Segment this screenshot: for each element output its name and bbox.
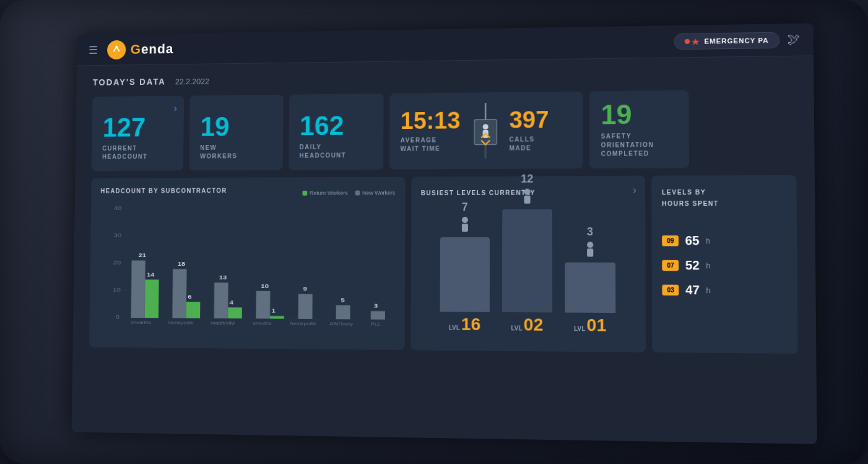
headcount-chart-card: HEADCOUNT BY SUBCONTRACTOR Return Worker… bbox=[89, 177, 405, 350]
svg-text:4: 4 bbox=[230, 299, 234, 305]
svg-text:6: 6 bbox=[188, 294, 193, 300]
bar-new-1 bbox=[131, 260, 145, 318]
svg-rect-6 bbox=[485, 103, 487, 120]
bottom-row: HEADCOUNT BY SUBCONTRACTOR Return Worker… bbox=[89, 175, 798, 353]
chart-legend: Return Workers New Workers bbox=[302, 189, 395, 195]
svg-rect-40 bbox=[587, 248, 593, 256]
level-16-group: 7 LVL 16 bbox=[440, 200, 490, 334]
svg-point-35 bbox=[462, 216, 468, 222]
level-16-bar bbox=[440, 237, 489, 312]
svg-text:9: 9 bbox=[303, 286, 307, 292]
svg-text:hemkpollik: hemkpollik bbox=[290, 321, 316, 326]
bar-new-4 bbox=[256, 291, 270, 318]
svg-text:madfkMM: madfkMM bbox=[211, 320, 235, 325]
page-date: 22.2.2022 bbox=[175, 76, 209, 85]
svg-text:40: 40 bbox=[114, 205, 122, 211]
wait-time-section: 15:13 AVERAGEWAIT TIME bbox=[401, 108, 462, 153]
page-title-row: TODAY'S DATA 22.2.2022 bbox=[93, 69, 796, 87]
bar-return-1 bbox=[145, 279, 159, 318]
hours-03-value: 47 bbox=[685, 282, 700, 297]
safety-orientation-label: SAFETY ORIENTATIONCOMPLETED bbox=[601, 131, 678, 158]
hamburger-icon[interactable]: ☰ bbox=[89, 43, 98, 56]
svg-rect-36 bbox=[462, 223, 468, 231]
safety-orientation-value: 19 bbox=[601, 100, 677, 128]
hours-title: LEVELS BYHOURS SPENT bbox=[662, 188, 719, 207]
hours-07-value: 52 bbox=[685, 258, 700, 273]
svg-text:5: 5 bbox=[341, 297, 345, 303]
logo: Genda bbox=[107, 39, 174, 59]
legend-return-label: Return Workers bbox=[310, 190, 348, 196]
new-workers-card[interactable]: 19 NEWWORKERS bbox=[189, 94, 284, 170]
legend-new: New Workers bbox=[355, 189, 395, 195]
legend-dot-return bbox=[302, 190, 307, 195]
screen: ☰ Genda bbox=[72, 23, 817, 444]
safety-orientation-card[interactable]: 19 SAFETY ORIENTATIONCOMPLETED bbox=[589, 90, 689, 168]
header-right: EMERGENCY PA 🕊 bbox=[674, 31, 801, 49]
header-left: ☰ Genda bbox=[89, 39, 174, 59]
svg-text:10: 10 bbox=[113, 286, 121, 292]
svg-rect-38 bbox=[524, 195, 530, 203]
headcount-chart-title: HEADCOUNT BY SUBCONTRACTOR bbox=[100, 187, 227, 194]
level-01-bar bbox=[565, 262, 615, 313]
bar-new-3 bbox=[214, 282, 228, 318]
svg-line-14 bbox=[126, 263, 395, 263]
level-02-bar bbox=[502, 209, 552, 312]
level-badge-07: 07 bbox=[662, 260, 679, 270]
main-content: TODAY'S DATA 22.2.2022 › 127 CURRENTHEAD… bbox=[72, 56, 817, 444]
emergency-button[interactable]: EMERGENCY PA bbox=[674, 32, 779, 50]
current-headcount-card[interactable]: › 127 CURRENTHEADCOUNT bbox=[92, 95, 184, 170]
bar-return-4 bbox=[270, 316, 284, 319]
svg-text:13: 13 bbox=[219, 274, 227, 280]
hours-card: LEVELS BYHOURS SPENT 09 65 h 07 52 h bbox=[651, 175, 797, 353]
worker-icon-02 bbox=[519, 188, 534, 206]
chart-area: 40 30 20 10 0 bbox=[99, 203, 396, 327]
hours-item-03: 03 47 h bbox=[662, 282, 787, 297]
hours-03-unit: h bbox=[706, 286, 710, 294]
hours-list: 09 65 h 07 52 h 03 47 bbox=[662, 234, 787, 298]
hours-09-unit: h bbox=[706, 236, 710, 245]
svg-text:30: 30 bbox=[114, 232, 122, 238]
wait-time-value: 15:13 bbox=[401, 108, 462, 133]
levels-chart: 7 LVL 16 bbox=[420, 209, 635, 336]
new-workers-value: 19 bbox=[200, 113, 272, 140]
hours-item-07: 07 52 h bbox=[662, 258, 786, 273]
notification-icon[interactable]: 🕊 bbox=[788, 32, 801, 47]
level-02-group: 12 LVL 02 bbox=[502, 172, 552, 335]
level-16-label: LVL 16 bbox=[449, 314, 481, 335]
calls-made-value: 397 bbox=[509, 107, 571, 131]
daily-headcount-card[interactable]: 162 DAILYHEADCOUNT bbox=[289, 94, 384, 170]
page-title: TODAY'S DATA bbox=[93, 76, 166, 87]
bar-chart-svg: 40 30 20 10 0 bbox=[99, 203, 396, 327]
svg-text:hemkpollik: hemkpollik bbox=[168, 320, 193, 325]
bar-new-7 bbox=[371, 311, 385, 320]
stats-row: › 127 CURRENTHEADCOUNT 19 NEWWORKERS 162… bbox=[92, 89, 796, 170]
current-headcount-label: CURRENTHEADCOUNT bbox=[102, 144, 173, 161]
svg-text:shvarths: shvarths bbox=[131, 320, 151, 325]
hours-09-value: 65 bbox=[685, 234, 700, 248]
level-badge-03: 03 bbox=[662, 284, 679, 295]
svg-line-12 bbox=[127, 208, 395, 209]
logo-icon bbox=[107, 40, 126, 59]
svg-text:21: 21 bbox=[139, 252, 147, 258]
bar-new-6 bbox=[336, 305, 350, 319]
worker-icon-16 bbox=[458, 216, 472, 234]
svg-point-39 bbox=[587, 242, 593, 248]
bar-return-2 bbox=[186, 301, 201, 318]
hours-item-09: 09 65 h bbox=[662, 234, 786, 248]
hours-07-unit: h bbox=[706, 261, 710, 269]
emergency-indicator bbox=[685, 38, 690, 43]
bar-new-2 bbox=[172, 269, 186, 318]
legend-new-label: New Workers bbox=[362, 189, 395, 195]
svg-text:20: 20 bbox=[113, 259, 121, 265]
level-01-label: LVL 01 bbox=[574, 315, 607, 335]
svg-text:3: 3 bbox=[374, 302, 378, 309]
wait-calls-card: 15:13 AVERAGEWAIT TIME bbox=[389, 91, 583, 169]
svg-text:1: 1 bbox=[272, 307, 276, 313]
svg-text:0: 0 bbox=[116, 313, 120, 320]
svg-point-0 bbox=[111, 43, 123, 56]
logo-text: Genda bbox=[131, 41, 174, 57]
level-badge-09: 09 bbox=[662, 235, 679, 246]
svg-text:PLL: PLL bbox=[371, 322, 381, 326]
calls-section: 397 CALLSMADE bbox=[509, 107, 571, 152]
bar-new-5 bbox=[298, 294, 313, 318]
